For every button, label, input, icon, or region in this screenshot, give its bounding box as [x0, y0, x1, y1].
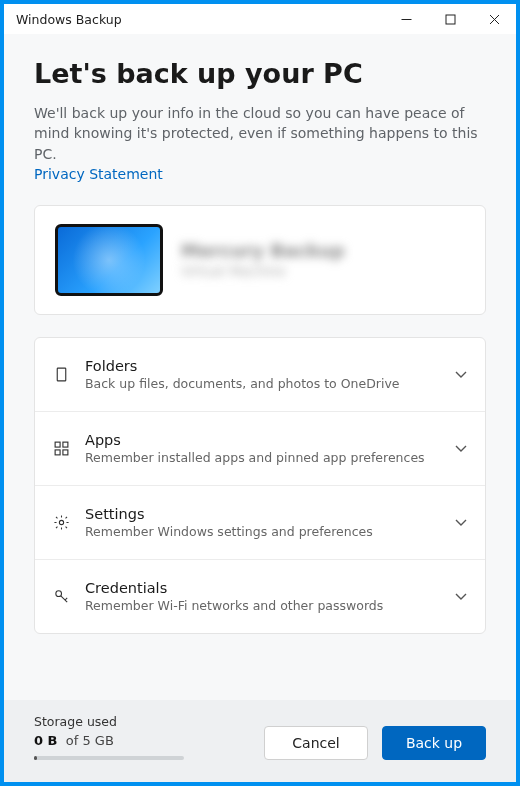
section-desc: Remember Windows settings and preference… — [85, 524, 439, 539]
chevron-down-icon — [453, 514, 469, 530]
section-title: Folders — [85, 358, 439, 374]
svg-point-10 — [55, 591, 61, 597]
folder-icon — [51, 364, 71, 384]
storage-label: Storage used — [34, 714, 250, 729]
device-name: Mercury Backup — [181, 240, 345, 261]
storage-of: of — [66, 733, 79, 748]
svg-rect-1 — [446, 15, 455, 24]
svg-rect-4 — [57, 368, 66, 381]
privacy-link[interactable]: Privacy Statement — [34, 166, 163, 182]
section-text: Credentials Remember Wi-Fi networks and … — [85, 580, 439, 613]
close-icon — [489, 14, 500, 25]
section-desc: Back up files, documents, and photos to … — [85, 376, 439, 391]
section-text: Settings Remember Windows settings and p… — [85, 506, 439, 539]
section-desc: Remember installed apps and pinned app p… — [85, 450, 439, 465]
svg-point-9 — [59, 520, 63, 524]
svg-rect-8 — [62, 450, 67, 455]
svg-line-12 — [65, 598, 67, 600]
device-thumbnail — [55, 224, 163, 296]
section-apps[interactable]: Apps Remember installed apps and pinned … — [35, 411, 485, 485]
page-heading: Let's back up your PC — [34, 58, 486, 89]
section-text: Folders Back up files, documents, and ph… — [85, 358, 439, 391]
section-title: Settings — [85, 506, 439, 522]
svg-rect-6 — [62, 442, 67, 447]
section-folders[interactable]: Folders Back up files, documents, and ph… — [35, 338, 485, 411]
window-title: Windows Backup — [16, 12, 384, 27]
chevron-down-icon — [453, 588, 469, 604]
cancel-button[interactable]: Cancel — [264, 726, 368, 760]
close-button[interactable] — [472, 4, 516, 34]
device-info: Mercury Backup Virtual Machine — [181, 240, 345, 279]
minimize-button[interactable] — [384, 4, 428, 34]
storage-bar — [34, 756, 184, 760]
footer: Storage used 0 B of 5 GB Cancel Back up — [4, 700, 516, 782]
page-subtext: We'll back up your info in the cloud so … — [34, 103, 486, 164]
maximize-button[interactable] — [428, 4, 472, 34]
sections-card: Folders Back up files, documents, and ph… — [34, 337, 486, 634]
storage-used: 0 B — [34, 733, 57, 748]
titlebar: Windows Backup — [4, 4, 516, 34]
storage-total: 5 GB — [82, 733, 113, 748]
apps-icon — [51, 438, 71, 458]
storage-values: 0 B of 5 GB — [34, 733, 250, 748]
svg-rect-5 — [55, 442, 60, 447]
section-credentials[interactable]: Credentials Remember Wi-Fi networks and … — [35, 559, 485, 633]
minimize-icon — [401, 14, 412, 25]
window: Windows Backup Let's back up your PC We'… — [4, 4, 516, 782]
backup-button[interactable]: Back up — [382, 726, 486, 760]
device-row: Mercury Backup Virtual Machine — [35, 206, 485, 314]
section-settings[interactable]: Settings Remember Windows settings and p… — [35, 485, 485, 559]
chevron-down-icon — [453, 440, 469, 456]
storage-bar-fill — [34, 756, 37, 760]
section-desc: Remember Wi-Fi networks and other passwo… — [85, 598, 439, 613]
gear-icon — [51, 512, 71, 532]
section-title: Credentials — [85, 580, 439, 596]
content-area: Let's back up your PC We'll back up your… — [4, 34, 516, 700]
device-subtitle: Virtual Machine — [181, 263, 345, 279]
storage-info: Storage used 0 B of 5 GB — [34, 714, 250, 760]
svg-rect-7 — [55, 450, 60, 455]
device-card: Mercury Backup Virtual Machine — [34, 205, 486, 315]
key-icon — [51, 586, 71, 606]
maximize-icon — [445, 14, 456, 25]
section-title: Apps — [85, 432, 439, 448]
chevron-down-icon — [453, 366, 469, 382]
section-text: Apps Remember installed apps and pinned … — [85, 432, 439, 465]
